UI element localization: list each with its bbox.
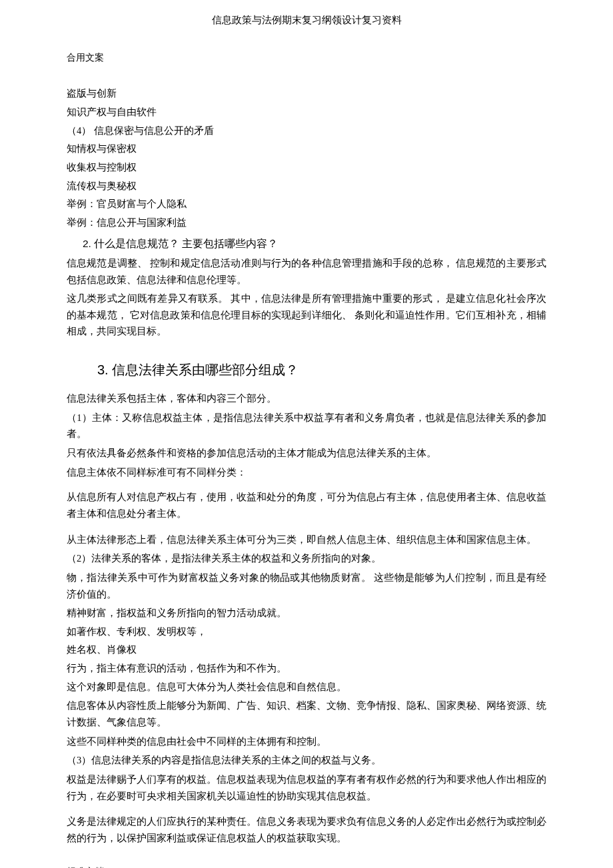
body-line: （4） 信息保密与信息公开的矛盾 [67,123,546,139]
body-line: 如著作权、专利权、发明权等， [67,624,546,640]
paragraph: （3）信息法律关系的内容是指信息法律关系的主体之间的权益与义务。 [67,752,546,769]
body-line: 举例：官员财富与个人隐私 [67,196,546,213]
body-line: 流传权与奥秘权 [67,178,546,195]
paragraph: （1）主体：又称信息权益主体，是指信息法律关系中权益享有者和义务肩负者，也就是信… [67,410,546,442]
paragraph: 信息规范是调整、 控制和规定信息活动准则与行为的各种信息管理措施和手段的总称， … [67,255,546,288]
meta-bottom-label: 标准文档 [67,865,546,868]
body-line: 行为，指主体有意识的活动，包括作为和不作为。 [67,660,546,677]
paragraph: 物，指法律关系中可作为财富权益义务对象的物品或其他物质财富。 这些物是能够为人们… [67,570,546,602]
document-title: 信息政策与法例期末复习纲领设计复习资料 [67,12,546,29]
page: 信息政策与法例期末复习纲领设计复习资料 合用文案 盗版与创新 知识产权与自由软件… [0,0,613,868]
body-line: 这些不同样种类的信息由社会中不同样的主体拥有和控制。 [67,733,546,750]
paragraph: 只有依法具备必然条件和资格的参加信息活动的主体才能成为信息法律关系的主体。 [67,445,546,462]
section-3-heading: 3. 信息法律关系由哪些部分组成？ [97,358,546,381]
body-line: 收集权与控制权 [67,159,546,176]
meta-top-label: 合用文案 [67,51,546,66]
body-line: 知情权与保密权 [67,141,546,157]
paragraph: （2）法律关系的客体，是指法律关系主体的权益和义务所指向的对象。 [67,550,546,567]
paragraph: 这几类形式之间既有差异又有联系。 其中，信息法律是所有管理措施中重要的形式， 是… [67,290,546,340]
paragraph: 权益是法律赐予人们享有的权益。信息权益表现为信息权益的享有者有权作必然的行为和要… [67,771,546,804]
body-line: 盗版与创新 [67,85,546,102]
paragraph: 从信息所有人对信息产权占有，使用，收益和处分的角度，可分为信息占有主体，信息使用… [67,489,546,522]
paragraph: 义务是法律规定的人们应执行的某种责任。信息义务表现为要求负有信息义务的人必定作出… [67,813,546,846]
body-line: 信息主体依不同样标准可有不同样分类： [67,464,546,481]
section-2-heading: 2. 什么是信息规范？ 主要包括哪些内容？ [83,235,546,252]
body-line: 知识产权与自由软件 [67,104,546,121]
section-title: 信息法律关系由哪些部分组成？ [112,362,299,377]
body-line: 这个对象即是信息。信息可大体分为人类社会信息和自然信息。 [67,679,546,695]
paragraph: 从主体法律形态上看，信息法律关系主体可分为三类，即自然人信息主体、组织信息主体和… [67,532,546,548]
body-line: 举例：信息公开与国家利益 [67,215,546,231]
paragraph: 信息客体从内容性质上能够分为新闻、广告、知识、档案、文物、竞争情报、隐私、国家奥… [67,697,546,730]
paragraph: 信息法律关系包括主体，客体和内容三个部分。 [67,390,546,407]
body-line: 精神财富，指权益和义务所指向的智力活动成就。 [67,605,546,622]
section-number: 2. [83,238,91,249]
section-title: 什么是信息规范？ 主要包括哪些内容？ [94,238,278,249]
section-number: 3. [97,362,109,377]
body-line: 姓名权、肖像权 [67,642,546,658]
